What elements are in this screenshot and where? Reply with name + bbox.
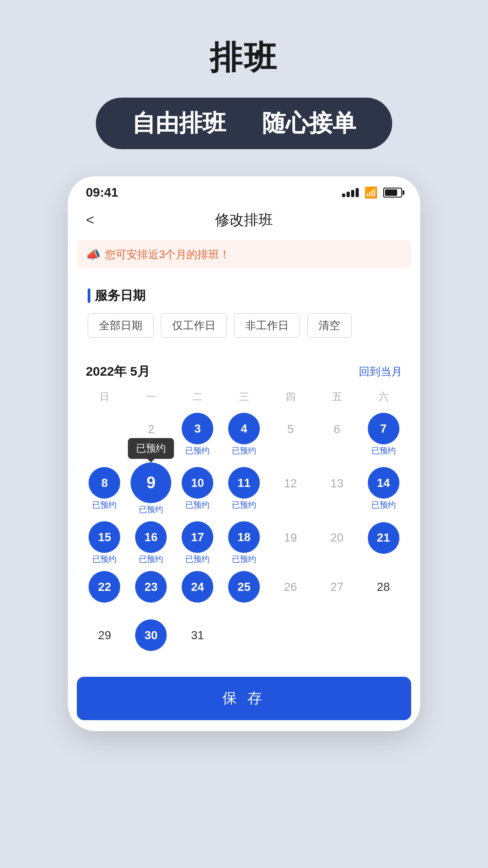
- notice-icon: 📣: [86, 248, 100, 262]
- phone-mockup: 09:41 📶 < 修改排班 📣 您可安排近3个月的排班！: [68, 176, 420, 731]
- filter-clear[interactable]: 清空: [307, 313, 352, 338]
- cal-cell-may24[interactable]: 24 x: [174, 569, 221, 615]
- filter-non-workday[interactable]: 非工作日: [234, 313, 300, 338]
- nav-title: 修改排班: [215, 210, 273, 230]
- cal-cell-may26[interactable]: 26 x: [267, 569, 314, 615]
- cal-cell-may16[interactable]: 16 已预约: [128, 519, 174, 566]
- cal-cell-may12[interactable]: 12 x: [267, 461, 314, 517]
- save-button[interactable]: 保 存: [77, 677, 411, 720]
- notice-text: 您可安排近3个月的排班！: [105, 247, 230, 262]
- subtitle-text-1: 自由排班: [132, 108, 226, 139]
- cal-cell-may1[interactable]: x: [81, 411, 128, 458]
- cal-cell-may28[interactable]: 28 x: [360, 569, 407, 615]
- weekday-thu: 四: [267, 387, 314, 406]
- cal-cell-may29[interactable]: 29 x: [81, 618, 128, 663]
- cal-cell-may15[interactable]: 15 已预约: [81, 519, 128, 566]
- cal-cell-may31[interactable]: 31 x: [174, 618, 221, 663]
- subtitle-text-2: 随心接单: [262, 108, 356, 139]
- cal-cell-may8[interactable]: 8 已预约: [81, 461, 128, 517]
- wifi-icon: 📶: [364, 186, 378, 199]
- calendar-grid: x 2 x 3 已预约 4 已预约 5 x 6: [81, 411, 407, 663]
- service-date-section: 服务日期 全部日期 仅工作日 非工作日 清空: [77, 278, 411, 347]
- cal-cell-may13[interactable]: 13 x: [314, 461, 360, 517]
- cal-cell-may21[interactable]: 21 x: [360, 519, 407, 566]
- filter-workday[interactable]: 仅工作日: [161, 313, 227, 338]
- subtitle-badge: 自由排班 随心接单: [96, 98, 392, 149]
- filter-all-dates[interactable]: 全部日期: [88, 313, 154, 338]
- calendar-return[interactable]: 回到当月: [359, 364, 402, 379]
- section-title-text: 服务日期: [95, 287, 145, 304]
- cal-cell-may3[interactable]: 3 已预约: [174, 411, 221, 458]
- cal-cell-may7[interactable]: 7 已预约: [360, 411, 407, 458]
- cal-cell-may18[interactable]: 18 已预约: [221, 519, 267, 566]
- cal-cell-may22[interactable]: 22 x: [81, 569, 128, 615]
- status-time: 09:41: [86, 185, 118, 200]
- cal-cell-empty-2: x: [267, 618, 314, 663]
- battery-icon: [383, 188, 402, 198]
- back-button[interactable]: <: [81, 209, 99, 231]
- cal-cell-may27[interactable]: 27 x: [314, 569, 360, 615]
- cal-cell-may6[interactable]: 6 x: [314, 411, 360, 458]
- calendar: 2022年 5月 回到当月 日 一 二 三 四 五 六 x 2 x: [77, 356, 411, 672]
- cal-cell-may5[interactable]: 5 x: [267, 411, 314, 458]
- section-title-row: 服务日期: [88, 287, 400, 304]
- weekday-wed: 三: [221, 387, 267, 406]
- calendar-weekdays: 日 一 二 三 四 五 六: [81, 387, 407, 411]
- cal-cell-may9[interactable]: 已预约 9 已预约: [128, 461, 174, 517]
- cal-cell-may14[interactable]: 14 已预约: [360, 461, 407, 517]
- calendar-month: 2022年 5月: [86, 363, 150, 380]
- section-bar: [88, 288, 90, 303]
- nav-bar: < 修改排班: [68, 204, 420, 240]
- weekday-fri: 五: [314, 387, 360, 406]
- cal-cell-may25[interactable]: 25 x: [221, 569, 267, 615]
- cal-cell-may4[interactable]: 4 已预约: [221, 411, 267, 458]
- weekday-tue: 二: [174, 387, 221, 406]
- cal-cell-may11[interactable]: 11 已预约: [221, 461, 267, 517]
- cal-cell-may17[interactable]: 17 已预约: [174, 519, 221, 566]
- signal-icon: [342, 188, 359, 197]
- cal-cell-may10[interactable]: 10 已预约: [174, 461, 221, 517]
- calendar-header: 2022年 5月 回到当月: [81, 356, 407, 387]
- cal-cell-may19[interactable]: 19 x: [267, 519, 314, 566]
- weekday-sun: 日: [81, 387, 128, 406]
- notice-banner: 📣 您可安排近3个月的排班！: [77, 240, 411, 269]
- page-title: 排班: [210, 36, 278, 80]
- status-icons: 📶: [342, 186, 402, 199]
- cal-cell-empty-1: x: [221, 618, 267, 663]
- cal-cell-may30[interactable]: 30 x: [128, 618, 174, 663]
- cal-cell-may20[interactable]: 20 x: [314, 519, 360, 566]
- status-bar: 09:41 📶: [68, 176, 420, 204]
- filter-row: 全部日期 仅工作日 非工作日 清空: [88, 313, 400, 338]
- weekday-sat: 六: [360, 387, 407, 406]
- cal-cell-may23[interactable]: 23 x: [128, 569, 174, 615]
- weekday-mon: 一: [128, 387, 174, 406]
